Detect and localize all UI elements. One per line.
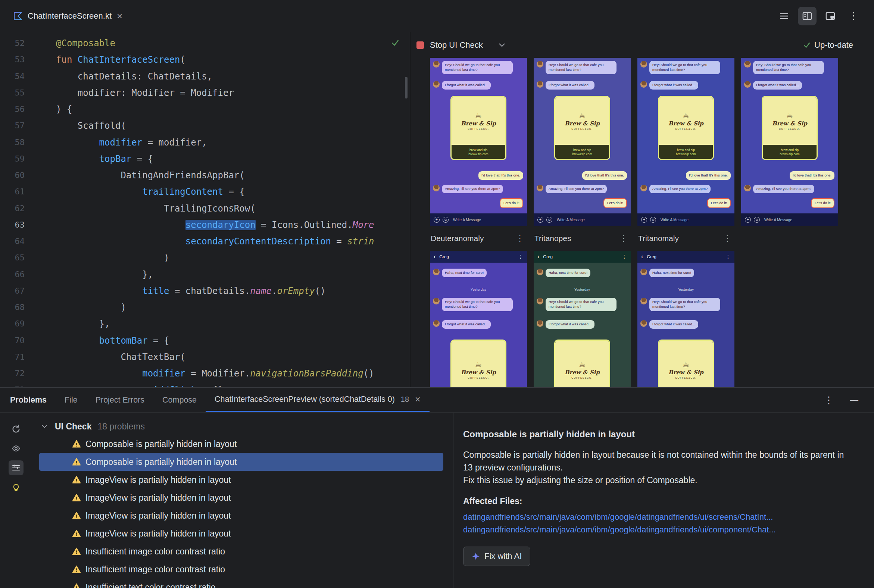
preview-card[interactable]: Hey! Should we go to that cafe you menti… (534, 58, 631, 226)
problem-item[interactable]: ImageView is partially hidden in layout (39, 471, 443, 489)
date-separator: Yesterday (534, 287, 631, 291)
emoji-icon: ☺ (546, 217, 552, 223)
code-text: topBar = { (56, 151, 153, 167)
view-options-icon[interactable] (9, 460, 24, 476)
message-bubble: I'd love that! It's this one. (478, 171, 523, 180)
code-line[interactable]: 62 TrailingIconsRow( (0, 200, 410, 217)
problem-item[interactable]: Insufficient image color contrast ratio (39, 560, 443, 578)
problems-panel: Problems File Project Errors Compose Cha… (0, 387, 874, 588)
code-text: secondaryContentDescription = strin (56, 233, 374, 250)
code-line[interactable]: 73 onAddClick = {} (0, 382, 410, 387)
fix-button-label: Fix with AI (484, 551, 522, 561)
lightbulb-icon[interactable] (9, 480, 24, 495)
line-number: 65 (0, 250, 25, 266)
minimize-icon[interactable]: — (850, 395, 858, 405)
problem-item[interactable]: ImageView is partially hidden in layout (39, 525, 443, 543)
editor-scrollbar[interactable] (405, 77, 407, 99)
preview-eye-icon[interactable] (9, 441, 24, 456)
kebab-menu-icon[interactable]: ⋮ (516, 234, 524, 243)
code-line[interactable]: 66 }, (0, 266, 410, 283)
kebab-menu-icon[interactable]: ⋮ (723, 234, 731, 243)
tab-preview-problems[interactable]: ChatInterfaceScreenPreview (sortedChatDe… (206, 388, 429, 412)
back-icon: ‹ (538, 254, 539, 260)
code-line[interactable]: 57 Scaffold( (0, 117, 410, 134)
code-line[interactable]: 69 }, (0, 316, 410, 332)
split-editor-icon[interactable] (798, 7, 817, 26)
date-separator: Yesterday (637, 287, 734, 291)
code-line[interactable]: 54 chatDetails: ChatDetails, (0, 68, 410, 85)
problem-item[interactable]: ImageView is partially hidden in layout (39, 489, 443, 507)
code-line[interactable]: 68 ) (0, 299, 410, 316)
code-line[interactable]: 52@Composable (0, 35, 410, 51)
code-line[interactable]: 58 modifier = modifier, (0, 134, 410, 151)
preview-card[interactable]: ‹Greg⋮Haha, next time for sure!Yesterday… (637, 251, 734, 387)
problem-item[interactable]: Insufficient text color contrast ratio (39, 578, 443, 588)
preview-scroll-area[interactable]: Hey! Should we go to that cafe you menti… (410, 58, 874, 387)
message-row: Hey! Should we go to that cafe you menti… (537, 298, 617, 311)
brew-logo-subtext: COFFEE&CO. (675, 128, 696, 130)
message-bubble: I'd love that! It's this one. (582, 171, 627, 180)
more-options-icon[interactable]: ⋮ (824, 394, 834, 406)
ui-check-highlight: Let's do it! (500, 198, 523, 208)
stop-ui-check-button[interactable]: Stop UI Check (430, 40, 483, 50)
group-name: UI Check (55, 422, 92, 432)
coffee-cup-icon: ☕ (579, 112, 586, 119)
inspection-ok-icon[interactable] (391, 39, 399, 48)
tab-file[interactable]: File (56, 388, 87, 412)
editor-layout-icon[interactable] (821, 7, 839, 26)
code-line[interactable]: 67 title = chatDetails.name.orEmpty() (0, 283, 410, 299)
affected-file-link[interactable]: datingandfriends/src/main/java/com/ibm/g… (463, 511, 851, 524)
back-icon: ‹ (641, 254, 643, 260)
problem-item[interactable]: Composable is partially hidden in layout (39, 435, 443, 453)
stop-icon[interactable] (416, 41, 424, 49)
code-line[interactable]: 71 ChatTextBar( (0, 349, 410, 365)
code-line[interactable]: 65 ) (0, 250, 410, 266)
affected-file-link[interactable]: datingandfriends/src/main/java/com/ibm/g… (463, 524, 851, 536)
preview-card[interactable]: ‹Greg⋮Haha, next time for sure!Yesterday… (430, 251, 527, 387)
date-separator: Yesterday (430, 287, 527, 291)
problem-text: Insufficient image color contrast ratio (86, 564, 225, 574)
code-text: }, (56, 316, 110, 332)
problem-text: Insufficient text color contrast ratio (86, 582, 216, 588)
tool-window-title[interactable]: Problems (10, 388, 56, 412)
code-line[interactable]: 64 secondaryContentDescription = strin (0, 233, 410, 250)
refresh-icon[interactable] (9, 422, 24, 436)
problem-item[interactable]: Composable is partially hidden in layout (39, 453, 443, 471)
preview-card[interactable]: Hey! Should we go to that cafe you menti… (430, 58, 527, 226)
menu-lines-icon[interactable] (775, 7, 793, 26)
preview-card[interactable]: ‹Greg⋮Haha, next time for sure!Yesterday… (534, 251, 631, 387)
chevron-down-icon[interactable] (499, 43, 505, 47)
code-editor[interactable]: 52@Composable53fun ChatInterfaceScreen(5… (0, 32, 410, 387)
message-bubble: Amazing, I'll see you there at 2pm? (753, 184, 814, 193)
code-line[interactable]: 59 topBar = { (0, 151, 410, 167)
message-bubble: Hey! Should we go to that cafe you menti… (546, 61, 617, 74)
fix-with-ai-button[interactable]: Fix with AI (463, 547, 530, 566)
code-line[interactable]: 63 secondaryIcon = Icons.Outlined.More (0, 217, 410, 233)
code-line[interactable]: 60 DatingAndFriendsAppBar( (0, 167, 410, 184)
preview-card[interactable]: Hey! Should we go to that cafe you menti… (637, 58, 734, 226)
editor-tab[interactable]: ChatInterfaceScreen.kt × (7, 0, 129, 32)
tab-project-errors[interactable]: Project Errors (87, 388, 153, 412)
tab-close-icon[interactable]: × (415, 395, 420, 404)
kebab-menu-icon[interactable]: ⋮ (619, 234, 628, 243)
code-line[interactable]: 53fun ChatInterfaceScreen( (0, 51, 410, 68)
code-line[interactable]: 70 bottomBar = { (0, 332, 410, 349)
code-text: DatingAndFriendsAppBar( (56, 167, 245, 184)
more-options-icon[interactable]: ⋮ (844, 7, 863, 26)
code-text: fun ChatInterfaceScreen( (56, 51, 185, 68)
problems-group-header[interactable]: UI Check 18 problems (32, 418, 453, 435)
code-line[interactable]: 61 trailingContent = { (0, 184, 410, 200)
tab-compose[interactable]: Compose (153, 388, 206, 412)
write-message-placeholder: Write A Message (661, 218, 689, 222)
chat-input-bar: +☺Write A Message (534, 213, 631, 226)
message-bubble: Hey! Should we go to that cafe you menti… (442, 298, 513, 311)
tab-badge: 18 (401, 395, 409, 404)
preview-card[interactable]: Hey! Should we go to that cafe you menti… (741, 58, 838, 226)
code-line[interactable]: 72 modifier = Modifier.navigationBarsPad… (0, 365, 410, 382)
tab-close-icon[interactable]: × (117, 11, 122, 21)
code-line[interactable]: 55 modifier: Modifier = Modifier (0, 85, 410, 101)
problem-item[interactable]: ImageView is partially hidden in layout (39, 507, 443, 525)
code-line[interactable]: 56) { (0, 101, 410, 117)
chevron-down-icon[interactable] (41, 424, 47, 429)
problem-item[interactable]: Insufficient image color contrast ratio (39, 543, 443, 560)
